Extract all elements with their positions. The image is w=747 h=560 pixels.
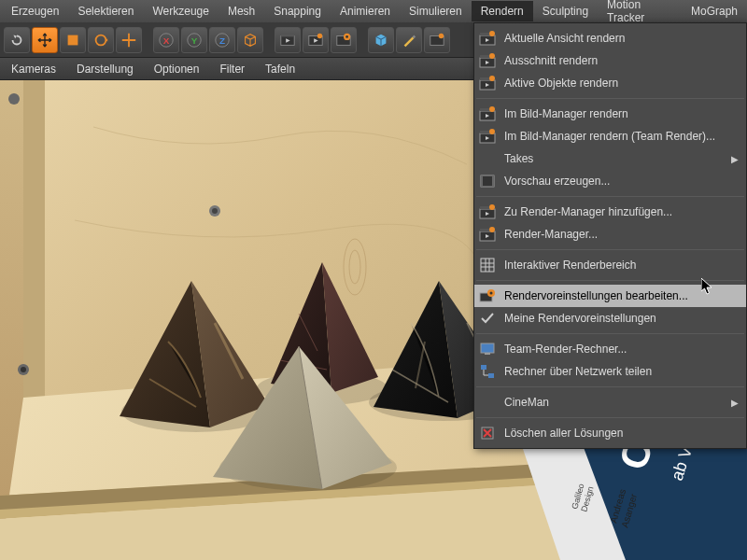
svg-rect-99 <box>485 353 490 355</box>
axis-x-toggle[interactable]: X <box>153 27 179 53</box>
menu-separator <box>476 417 744 418</box>
svg-rect-0 <box>68 35 78 45</box>
svg-text:Y: Y <box>191 35 198 45</box>
tool-move[interactable] <box>32 27 58 53</box>
none-icon <box>478 393 497 412</box>
svg-point-1 <box>96 35 106 45</box>
menuitem-label: Aktive Objekte rendern <box>504 77 618 90</box>
svg-rect-79 <box>481 175 494 187</box>
svg-point-16 <box>345 35 348 38</box>
menu-selektieren[interactable]: Selektieren <box>68 1 143 21</box>
menuitem-takes[interactable]: Takes▶ <box>474 147 746 170</box>
menuitem-l-schen-aller-l-sungen[interactable]: Löschen aller Lösungen <box>474 422 746 444</box>
menu-mesh[interactable]: Mesh <box>218 1 264 21</box>
menuitem-label: Meine Rendervoreinstellungen <box>504 312 656 325</box>
del-icon <box>478 424 497 442</box>
none-icon <box>478 149 497 168</box>
menu-separator <box>476 386 744 387</box>
menuitem-label: CineMan <box>504 396 549 409</box>
menu-separator <box>476 333 744 334</box>
tool-rotate[interactable] <box>88 27 114 53</box>
menu-erzeugen[interactable]: Erzeugen <box>2 1 68 21</box>
menuitem-label: Ausschnitt rendern <box>504 54 598 67</box>
mon-icon <box>478 340 497 358</box>
film-icon <box>478 172 497 190</box>
render-active[interactable] <box>424 27 450 53</box>
svg-rect-9 <box>281 34 294 36</box>
viewmenu-kameras[interactable]: Kameras <box>11 63 56 76</box>
add-cube[interactable] <box>368 27 394 53</box>
menuitem-label: Zu Render-Manager hinzufügen... <box>504 205 672 218</box>
svg-point-35 <box>8 93 20 105</box>
tool-last[interactable] <box>116 27 142 53</box>
svg-rect-90 <box>481 259 494 272</box>
render-settings[interactable] <box>331 27 357 53</box>
menu-simulieren[interactable]: Simulieren <box>400 1 472 21</box>
add-pen[interactable] <box>396 27 422 53</box>
svg-rect-80 <box>481 175 483 187</box>
svg-point-77 <box>489 129 495 134</box>
menuitem-interaktiver-renderbereich[interactable]: Interaktiver Renderbereich <box>474 254 746 276</box>
main-menubar: ErzeugenSelektierenWerkzeugeMeshSnapping… <box>0 0 747 22</box>
menuitem-aktive-objekte-rendern[interactable]: Aktive Objekte rendern <box>474 72 746 94</box>
coord-system[interactable] <box>237 27 263 53</box>
axis-z-toggle[interactable]: Z <box>209 27 235 53</box>
svg-rect-98 <box>481 343 494 353</box>
menuitem-cineman[interactable]: CineMan▶ <box>474 391 746 413</box>
svg-point-88 <box>489 227 495 232</box>
viewmenu-tafeln[interactable]: Tafeln <box>265 63 295 76</box>
menuitem-team-render-rechner[interactable]: Team-Render-Rechner... <box>474 338 746 360</box>
menuitem-label: Render-Manager... <box>504 228 598 241</box>
menuitem-label: Takes <box>504 152 533 165</box>
menuitem-label: Rechner über Netzwerk teilen <box>504 365 652 378</box>
menuitem-label: Vorschau erzeugen... <box>504 175 610 188</box>
clap-icon <box>478 225 497 244</box>
menu-separator <box>476 196 744 197</box>
menuitem-vorschau-erzeugen[interactable]: Vorschau erzeugen... <box>474 170 746 192</box>
menuitem-meine-rendervoreinstellungen[interactable]: Meine Rendervoreinstellungen <box>474 307 746 329</box>
menuitem-label: Aktuelle Ansicht rendern <box>504 32 625 45</box>
menuitem-ausschnitt-rendern[interactable]: Ausschnitt rendern <box>474 49 746 72</box>
menuitem-label: Rendervoreinstellungen bearbeiten... <box>504 289 688 302</box>
check-icon <box>478 309 497 328</box>
menuitem-label: Interaktiver Renderbereich <box>504 259 636 272</box>
svg-point-61 <box>489 31 495 36</box>
menuitem-zu-render-manager-hinzuf-gen[interactable]: Zu Render-Manager hinzufügen... <box>474 201 746 223</box>
menuitem-rendervoreinstellungen-bearbeiten[interactable]: Rendervoreinstellungen bearbeiten... <box>474 285 746 307</box>
menuitem-im-bild-manager-rendern[interactable]: Im Bild-Manager rendern <box>474 103 746 125</box>
net-icon <box>478 362 497 381</box>
render-pv[interactable] <box>303 27 329 53</box>
tool-undo[interactable] <box>4 27 30 53</box>
menu-separator <box>476 280 744 281</box>
viewmenu-filter[interactable]: Filter <box>219 63 245 76</box>
menu-werkzeuge[interactable]: Werkzeuge <box>143 1 218 21</box>
svg-point-69 <box>489 76 495 81</box>
clap-icon <box>478 29 497 48</box>
svg-point-73 <box>489 106 495 112</box>
svg-point-12 <box>317 33 322 37</box>
menuitem-aktuelle-ansicht-rendern[interactable]: Aktuelle Ansicht rendern <box>474 27 746 49</box>
viewmenu-optionen[interactable]: Optionen <box>154 63 200 76</box>
menu-snapping[interactable]: Snapping <box>264 1 331 21</box>
menu-rendern[interactable]: Rendern <box>472 1 533 21</box>
menuitem-label: Im Bild-Manager rendern <box>504 107 628 120</box>
tool-scale[interactable] <box>60 27 86 53</box>
svg-text:Z: Z <box>219 35 225 45</box>
svg-point-65 <box>489 53 495 59</box>
clap-icon <box>478 74 497 92</box>
menu-mograph[interactable]: MoGraph <box>682 1 747 21</box>
menu-animieren[interactable]: Animieren <box>331 1 400 21</box>
svg-point-97 <box>490 292 493 295</box>
menu-sculpting[interactable]: Sculpting <box>533 1 598 21</box>
viewmenu-darstellung[interactable]: Darstellung <box>77 63 134 76</box>
menu-separator <box>476 249 744 250</box>
menuitem-render-manager[interactable]: Render-Manager... <box>474 223 746 245</box>
svg-rect-100 <box>481 365 486 370</box>
svg-point-18 <box>439 33 444 37</box>
clap-icon <box>478 127 497 146</box>
axis-y-toggle[interactable]: Y <box>181 27 207 53</box>
render-view[interactable] <box>275 27 301 53</box>
svg-point-34 <box>21 367 26 372</box>
menuitem-rechner-ber-netzwerk-teilen[interactable]: Rechner über Netzwerk teilen <box>474 360 746 383</box>
menuitem-im-bild-manager-rendern-team-render[interactable]: Im Bild-Manager rendern (Team Render)... <box>474 125 746 147</box>
